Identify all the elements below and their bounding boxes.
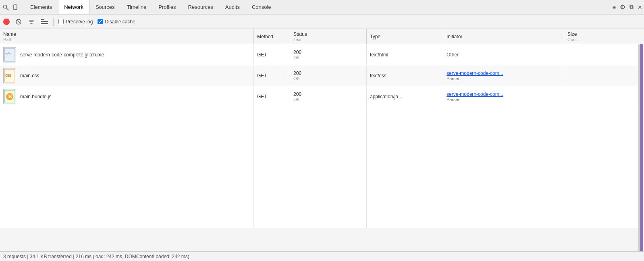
row-method: GET	[254, 86, 290, 107]
col-header-method[interactable]: Method	[254, 29, 290, 44]
row-name-cell: < / > serve-modern-code-complete.glitch.…	[0, 44, 254, 65]
row-method: GET	[254, 65, 290, 86]
svg-rect-8	[41, 23, 48, 24]
main-content: Name Path Method Status Text Type Initia…	[0, 29, 644, 251]
col-header-size[interactable]: Size Con...	[564, 29, 644, 44]
dock-icon[interactable]: ⧉	[629, 4, 634, 10]
nav-right-icons: ≡ ⚙ ⧉ ✕	[613, 3, 642, 11]
row-name-cell: JS main.bundle.js	[0, 86, 254, 107]
svg-line-5	[17, 21, 20, 23]
top-nav: Elements Network Sources Timeline Profil…	[0, 0, 644, 14]
tab-timeline[interactable]: Timeline	[121, 0, 153, 14]
status-bar: 3 requests | 34.1 KB transferred | 216 m…	[0, 251, 644, 261]
row-type: text/css	[367, 65, 443, 86]
nav-tabs: Elements Network Sources Timeline Profil…	[24, 0, 277, 14]
row-type: text/html	[367, 44, 443, 65]
table-body: < / > serve-modern-code-complete.glitch.…	[0, 44, 638, 251]
svg-text:CSS: CSS	[5, 74, 11, 78]
nav-left-icons	[2, 3, 20, 11]
tab-profiles[interactable]: Profiles	[152, 0, 182, 14]
row-name-cell: CSS main.css	[0, 65, 254, 86]
tab-console[interactable]: Console	[246, 0, 277, 14]
svg-rect-7	[41, 21, 48, 22]
toolbar-divider	[53, 18, 54, 26]
tab-audits[interactable]: Audits	[219, 0, 246, 14]
table-row[interactable]: JS main.bundle.js GET 200 OK application…	[0, 86, 638, 107]
file-icon-js: JS	[3, 89, 16, 104]
disable-cache-label: Disable cache	[105, 19, 135, 25]
tab-network[interactable]: Network	[58, 0, 89, 14]
row-initiator: serve-modern-code-com... Parser	[443, 86, 564, 107]
preserve-log-toggle[interactable]: Preserve log	[58, 19, 93, 25]
svg-rect-6	[41, 19, 44, 20]
settings-icon[interactable]: ⚙	[620, 3, 625, 11]
row-status: 200 OK	[290, 86, 367, 107]
view-toggle-icon[interactable]	[40, 18, 48, 26]
svg-text:>: >	[9, 52, 10, 55]
svg-point-0	[4, 5, 7, 8]
device-icon[interactable]	[12, 3, 20, 11]
console-drawer-icon[interactable]: ≡	[613, 4, 616, 10]
table-row[interactable]: CSS main.css GET 200 OK text/css serve-m…	[0, 65, 638, 86]
tab-elements[interactable]: Elements	[24, 0, 58, 14]
row-type: application/ja...	[367, 86, 443, 107]
table-body-container: < / > serve-modern-code-complete.glitch.…	[0, 44, 644, 251]
row-method: GET	[254, 44, 290, 65]
preserve-log-checkbox[interactable]	[58, 19, 64, 24]
filter-icon[interactable]	[27, 18, 35, 26]
svg-rect-2	[14, 5, 17, 10]
file-icon-css: CSS	[3, 68, 16, 83]
col-header-initiator[interactable]: Initiator	[443, 29, 564, 44]
table-header: Name Path Method Status Text Type Initia…	[0, 29, 644, 44]
disable-cache-checkbox[interactable]	[98, 19, 103, 24]
row-filename: main.css	[20, 73, 39, 79]
svg-point-3	[15, 9, 16, 9]
row-initiator: serve-modern-code-com... Parser	[443, 65, 564, 86]
file-icon-html: < / >	[3, 47, 16, 62]
network-toolbar: Preserve log Disable cache	[0, 14, 644, 29]
record-button[interactable]	[3, 19, 10, 25]
scrollbar[interactable]	[638, 44, 644, 251]
status-text: 3 requests | 34.1 KB transferred | 216 m…	[3, 254, 189, 259]
svg-line-1	[6, 8, 8, 10]
row-filename: main.bundle.js	[20, 94, 51, 99]
row-filename: serve-modern-code-complete.glitch.me	[20, 52, 104, 58]
row-size	[564, 65, 638, 86]
tab-sources[interactable]: Sources	[89, 0, 121, 14]
table-row[interactable]: < / > serve-modern-code-complete.glitch.…	[0, 44, 638, 65]
scrollbar-track	[639, 44, 644, 251]
disable-cache-toggle[interactable]: Disable cache	[98, 19, 135, 25]
svg-text:JS: JS	[8, 95, 12, 99]
row-status: 200 OK	[290, 44, 367, 65]
row-size	[564, 86, 638, 107]
preserve-log-label: Preserve log	[66, 19, 93, 25]
search-icon[interactable]	[2, 3, 10, 11]
close-icon[interactable]: ✕	[638, 4, 642, 10]
tab-resources[interactable]: Resources	[182, 0, 219, 14]
empty-area	[0, 107, 638, 228]
col-header-name[interactable]: Name Path	[0, 29, 254, 44]
clear-button[interactable]	[15, 18, 23, 26]
scrollbar-thumb[interactable]	[640, 44, 643, 251]
col-header-type[interactable]: Type	[367, 29, 443, 44]
col-header-status[interactable]: Status Text	[290, 29, 367, 44]
row-status: 200 OK	[290, 65, 367, 86]
row-size	[564, 44, 638, 65]
row-initiator: Other	[443, 44, 564, 65]
